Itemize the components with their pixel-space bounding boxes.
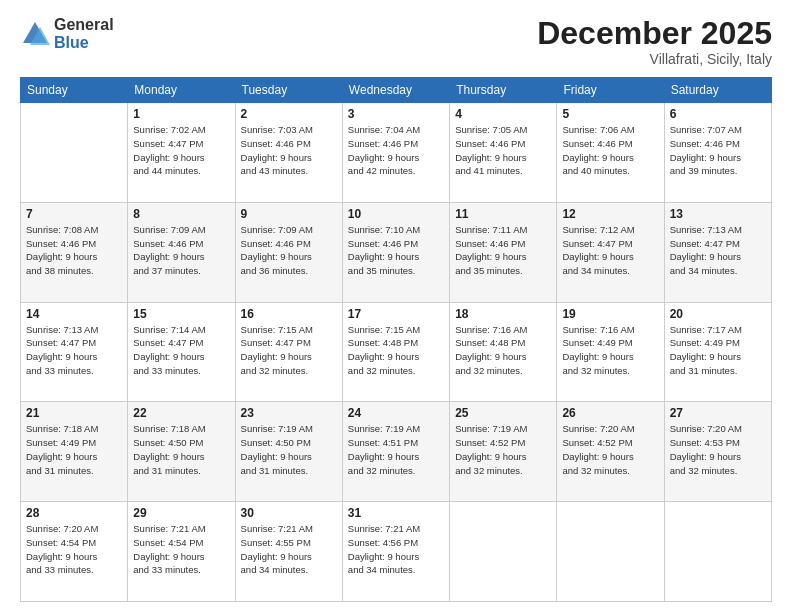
day-number: 10 <box>348 207 444 221</box>
calendar-cell: 23Sunrise: 7:19 AMSunset: 4:50 PMDayligh… <box>235 402 342 502</box>
calendar-cell: 24Sunrise: 7:19 AMSunset: 4:51 PMDayligh… <box>342 402 449 502</box>
calendar-cell <box>21 103 128 203</box>
day-header-wednesday: Wednesday <box>342 78 449 103</box>
calendar-cell <box>664 502 771 602</box>
day-number: 30 <box>241 506 337 520</box>
day-number: 15 <box>133 307 229 321</box>
day-header-friday: Friday <box>557 78 664 103</box>
day-info: Sunrise: 7:12 AMSunset: 4:47 PMDaylight:… <box>562 223 658 278</box>
calendar-cell: 25Sunrise: 7:19 AMSunset: 4:52 PMDayligh… <box>450 402 557 502</box>
day-info: Sunrise: 7:19 AMSunset: 4:50 PMDaylight:… <box>241 422 337 477</box>
week-row-2: 7Sunrise: 7:08 AMSunset: 4:46 PMDaylight… <box>21 202 772 302</box>
day-info: Sunrise: 7:21 AMSunset: 4:56 PMDaylight:… <box>348 522 444 577</box>
calendar-cell: 14Sunrise: 7:13 AMSunset: 4:47 PMDayligh… <box>21 302 128 402</box>
day-info: Sunrise: 7:10 AMSunset: 4:46 PMDaylight:… <box>348 223 444 278</box>
calendar-cell <box>557 502 664 602</box>
logo-blue-text: Blue <box>54 34 114 52</box>
calendar-cell: 26Sunrise: 7:20 AMSunset: 4:52 PMDayligh… <box>557 402 664 502</box>
day-info: Sunrise: 7:11 AMSunset: 4:46 PMDaylight:… <box>455 223 551 278</box>
calendar-header: SundayMondayTuesdayWednesdayThursdayFrid… <box>21 78 772 103</box>
logo-text: General Blue <box>54 16 114 51</box>
week-row-1: 1Sunrise: 7:02 AMSunset: 4:47 PMDaylight… <box>21 103 772 203</box>
day-number: 21 <box>26 406 122 420</box>
calendar-cell: 9Sunrise: 7:09 AMSunset: 4:46 PMDaylight… <box>235 202 342 302</box>
day-number: 25 <box>455 406 551 420</box>
calendar-cell: 17Sunrise: 7:15 AMSunset: 4:48 PMDayligh… <box>342 302 449 402</box>
day-number: 22 <box>133 406 229 420</box>
calendar-cell: 22Sunrise: 7:18 AMSunset: 4:50 PMDayligh… <box>128 402 235 502</box>
day-number: 16 <box>241 307 337 321</box>
day-number: 17 <box>348 307 444 321</box>
day-number: 31 <box>348 506 444 520</box>
calendar-cell: 21Sunrise: 7:18 AMSunset: 4:49 PMDayligh… <box>21 402 128 502</box>
day-header-sunday: Sunday <box>21 78 128 103</box>
day-number: 8 <box>133 207 229 221</box>
day-info: Sunrise: 7:03 AMSunset: 4:46 PMDaylight:… <box>241 123 337 178</box>
calendar-cell: 12Sunrise: 7:12 AMSunset: 4:47 PMDayligh… <box>557 202 664 302</box>
calendar-cell: 27Sunrise: 7:20 AMSunset: 4:53 PMDayligh… <box>664 402 771 502</box>
day-info: Sunrise: 7:13 AMSunset: 4:47 PMDaylight:… <box>26 323 122 378</box>
day-number: 27 <box>670 406 766 420</box>
day-info: Sunrise: 7:07 AMSunset: 4:46 PMDaylight:… <box>670 123 766 178</box>
day-number: 26 <box>562 406 658 420</box>
calendar-cell: 15Sunrise: 7:14 AMSunset: 4:47 PMDayligh… <box>128 302 235 402</box>
day-info: Sunrise: 7:18 AMSunset: 4:50 PMDaylight:… <box>133 422 229 477</box>
calendar-cell: 30Sunrise: 7:21 AMSunset: 4:55 PMDayligh… <box>235 502 342 602</box>
calendar-cell: 31Sunrise: 7:21 AMSunset: 4:56 PMDayligh… <box>342 502 449 602</box>
day-number: 20 <box>670 307 766 321</box>
day-number: 4 <box>455 107 551 121</box>
day-info: Sunrise: 7:05 AMSunset: 4:46 PMDaylight:… <box>455 123 551 178</box>
calendar-cell: 13Sunrise: 7:13 AMSunset: 4:47 PMDayligh… <box>664 202 771 302</box>
calendar-table: SundayMondayTuesdayWednesdayThursdayFrid… <box>20 77 772 602</box>
week-row-4: 21Sunrise: 7:18 AMSunset: 4:49 PMDayligh… <box>21 402 772 502</box>
days-of-week-row: SundayMondayTuesdayWednesdayThursdayFrid… <box>21 78 772 103</box>
calendar-cell: 8Sunrise: 7:09 AMSunset: 4:46 PMDaylight… <box>128 202 235 302</box>
calendar-cell: 10Sunrise: 7:10 AMSunset: 4:46 PMDayligh… <box>342 202 449 302</box>
day-info: Sunrise: 7:18 AMSunset: 4:49 PMDaylight:… <box>26 422 122 477</box>
calendar-cell: 29Sunrise: 7:21 AMSunset: 4:54 PMDayligh… <box>128 502 235 602</box>
day-number: 29 <box>133 506 229 520</box>
calendar-body: 1Sunrise: 7:02 AMSunset: 4:47 PMDaylight… <box>21 103 772 602</box>
day-info: Sunrise: 7:19 AMSunset: 4:51 PMDaylight:… <box>348 422 444 477</box>
calendar-cell: 28Sunrise: 7:20 AMSunset: 4:54 PMDayligh… <box>21 502 128 602</box>
calendar-cell: 6Sunrise: 7:07 AMSunset: 4:46 PMDaylight… <box>664 103 771 203</box>
day-number: 11 <box>455 207 551 221</box>
day-number: 2 <box>241 107 337 121</box>
day-info: Sunrise: 7:16 AMSunset: 4:49 PMDaylight:… <box>562 323 658 378</box>
day-number: 6 <box>670 107 766 121</box>
week-row-3: 14Sunrise: 7:13 AMSunset: 4:47 PMDayligh… <box>21 302 772 402</box>
day-info: Sunrise: 7:20 AMSunset: 4:53 PMDaylight:… <box>670 422 766 477</box>
day-number: 24 <box>348 406 444 420</box>
day-number: 7 <box>26 207 122 221</box>
day-info: Sunrise: 7:20 AMSunset: 4:54 PMDaylight:… <box>26 522 122 577</box>
day-info: Sunrise: 7:09 AMSunset: 4:46 PMDaylight:… <box>133 223 229 278</box>
day-info: Sunrise: 7:15 AMSunset: 4:48 PMDaylight:… <box>348 323 444 378</box>
calendar-cell: 18Sunrise: 7:16 AMSunset: 4:48 PMDayligh… <box>450 302 557 402</box>
month-title: December 2025 <box>537 16 772 51</box>
day-number: 18 <box>455 307 551 321</box>
day-info: Sunrise: 7:15 AMSunset: 4:47 PMDaylight:… <box>241 323 337 378</box>
day-header-thursday: Thursday <box>450 78 557 103</box>
day-number: 5 <box>562 107 658 121</box>
day-info: Sunrise: 7:02 AMSunset: 4:47 PMDaylight:… <box>133 123 229 178</box>
logo: General Blue <box>20 16 114 51</box>
day-info: Sunrise: 7:06 AMSunset: 4:46 PMDaylight:… <box>562 123 658 178</box>
calendar-cell: 7Sunrise: 7:08 AMSunset: 4:46 PMDaylight… <box>21 202 128 302</box>
calendar-cell: 16Sunrise: 7:15 AMSunset: 4:47 PMDayligh… <box>235 302 342 402</box>
calendar-cell: 3Sunrise: 7:04 AMSunset: 4:46 PMDaylight… <box>342 103 449 203</box>
day-info: Sunrise: 7:13 AMSunset: 4:47 PMDaylight:… <box>670 223 766 278</box>
location: Villafrati, Sicily, Italy <box>537 51 772 67</box>
calendar-cell: 5Sunrise: 7:06 AMSunset: 4:46 PMDaylight… <box>557 103 664 203</box>
day-info: Sunrise: 7:08 AMSunset: 4:46 PMDaylight:… <box>26 223 122 278</box>
day-info: Sunrise: 7:20 AMSunset: 4:52 PMDaylight:… <box>562 422 658 477</box>
day-number: 9 <box>241 207 337 221</box>
calendar-cell: 4Sunrise: 7:05 AMSunset: 4:46 PMDaylight… <box>450 103 557 203</box>
calendar-cell: 1Sunrise: 7:02 AMSunset: 4:47 PMDaylight… <box>128 103 235 203</box>
day-header-tuesday: Tuesday <box>235 78 342 103</box>
day-header-saturday: Saturday <box>664 78 771 103</box>
day-info: Sunrise: 7:21 AMSunset: 4:55 PMDaylight:… <box>241 522 337 577</box>
day-header-monday: Monday <box>128 78 235 103</box>
calendar-cell: 2Sunrise: 7:03 AMSunset: 4:46 PMDaylight… <box>235 103 342 203</box>
day-number: 14 <box>26 307 122 321</box>
day-number: 12 <box>562 207 658 221</box>
